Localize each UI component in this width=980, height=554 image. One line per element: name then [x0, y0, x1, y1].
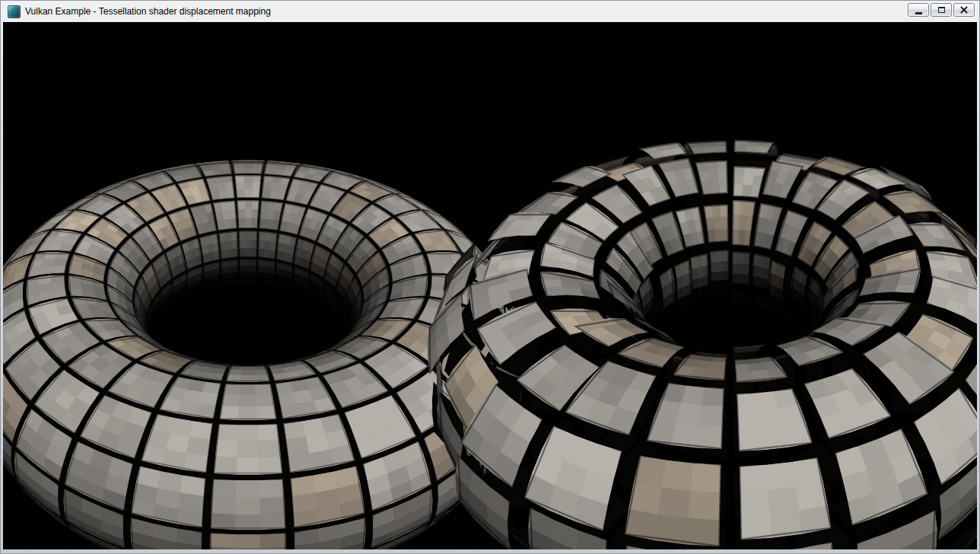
- app-window: Vulkan Example - Tessellation shader dis…: [0, 0, 980, 554]
- window-controls: [908, 3, 975, 17]
- minimize-icon: [915, 12, 922, 14]
- maximize-button[interactable]: [931, 3, 952, 17]
- minimize-button[interactable]: [908, 3, 929, 17]
- titlebar[interactable]: Vulkan Example - Tessellation shader dis…: [3, 1, 977, 22]
- close-button[interactable]: [953, 3, 975, 17]
- window-title: Vulkan Example - Tessellation shader dis…: [25, 6, 271, 17]
- viewport: [3, 22, 977, 549]
- render-viewport[interactable]: [3, 22, 977, 549]
- app-icon: [8, 5, 21, 18]
- close-icon: [959, 5, 969, 14]
- maximize-icon: [938, 7, 945, 13]
